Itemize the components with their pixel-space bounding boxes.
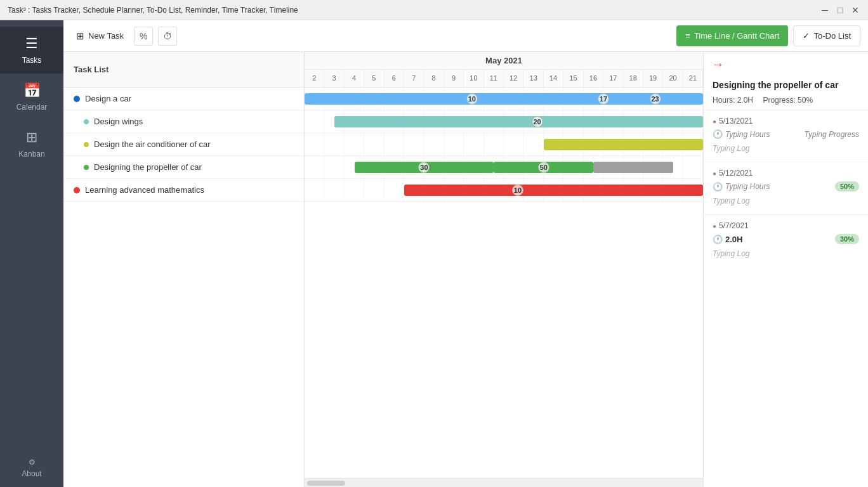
gantt-day-17: 17 bbox=[603, 70, 623, 87]
gantt-day-9: 9 bbox=[444, 70, 464, 87]
about-label: About bbox=[22, 469, 41, 478]
app-title: Task³ : Tasks Tracker, Schedule Planner,… bbox=[8, 6, 860, 15]
task-dot-5 bbox=[74, 187, 80, 193]
new-task-button[interactable]: ⊞ New Task bbox=[71, 28, 129, 44]
task-row[interactable]: Design the air conditioner of car bbox=[63, 133, 304, 156]
gantt-row-3[interactable]: 3050 bbox=[305, 156, 703, 179]
titlebar: Task³ : Tasks Tracker, Schedule Planner,… bbox=[0, 0, 868, 20]
task-rows: Design a car Design wings Design the air… bbox=[63, 88, 304, 487]
gantt-day-8: 8 bbox=[424, 70, 444, 87]
gantt-bar-0-0[interactable]: 101723 bbox=[305, 93, 703, 105]
gantt-row-2[interactable] bbox=[305, 133, 703, 156]
task-name-3: Design the air conditioner of car bbox=[94, 140, 211, 149]
kanban-icon: ⊞ bbox=[26, 129, 37, 146]
bar-container-2 bbox=[305, 133, 703, 155]
task-dot-1 bbox=[74, 96, 80, 102]
sidebar-item-label-tasks: Tasks bbox=[22, 56, 42, 65]
detail-log-1[interactable]: Typing Log bbox=[713, 141, 859, 155]
clock-button[interactable]: ⏱ bbox=[158, 27, 177, 46]
bar-label-20: 20 bbox=[532, 116, 543, 127]
calendar-icon: 📅 bbox=[23, 82, 41, 99]
gantt-day-18: 18 bbox=[624, 70, 643, 87]
task-list-pane: Task List Design a car Design wings Desi… bbox=[63, 52, 305, 487]
gantt-bar-2-0[interactable] bbox=[544, 139, 703, 150]
progress-badge-2: 50% bbox=[835, 181, 859, 192]
scrollbar-track[interactable] bbox=[305, 478, 703, 487]
gantt-row-0[interactable]: 101723 bbox=[305, 88, 703, 110]
bar-label-10: 10 bbox=[466, 93, 478, 105]
bar-container-1: 20 bbox=[305, 110, 703, 133]
progress-input-1[interactable]: Typing Progress bbox=[805, 130, 859, 139]
gantt-day-16: 16 bbox=[584, 70, 603, 87]
gantt-day-20: 20 bbox=[663, 70, 683, 87]
detail-hours-3: 🕐 2.0H bbox=[713, 235, 742, 244]
timeline-icon: ≡ bbox=[685, 31, 690, 41]
toolbar: ⊞ New Task % ⏱ ≡ Time Line / Gantt Chart… bbox=[63, 20, 868, 52]
gantt-bar-1-0[interactable]: 20 bbox=[334, 116, 703, 127]
minimize-button[interactable]: ─ bbox=[820, 5, 830, 15]
timeline-button[interactable]: ≡ Time Line / Gantt Chart bbox=[676, 25, 788, 46]
hours-input-2[interactable]: Typing Hours bbox=[725, 182, 770, 191]
gantt-day-12: 12 bbox=[504, 70, 523, 87]
back-arrow[interactable]: → bbox=[704, 52, 868, 77]
task-row[interactable]: Learning advanced mathematics bbox=[63, 179, 304, 202]
hours-input-1[interactable]: Typing Hours bbox=[725, 130, 770, 139]
gantt-bar-3-0[interactable]: 30 bbox=[355, 162, 494, 173]
gantt-day-4: 4 bbox=[345, 70, 364, 87]
detail-log-2[interactable]: Typing Log bbox=[713, 194, 859, 208]
gantt-day-7: 7 bbox=[404, 70, 424, 87]
clock-icon-3: 🕐 bbox=[713, 235, 723, 244]
gantt-day-19: 19 bbox=[643, 70, 663, 87]
tasks-icon: ☰ bbox=[25, 36, 38, 52]
todo-icon: ✓ bbox=[803, 31, 810, 41]
clock-icon: ⏱ bbox=[163, 31, 172, 41]
task-dot-4 bbox=[84, 165, 89, 170]
detail-hours-1: 🕐 Typing Hours bbox=[713, 129, 770, 139]
task-row[interactable]: Designing the propeller of car bbox=[63, 156, 304, 179]
task-row[interactable]: Design wings bbox=[63, 110, 304, 133]
gantt-day-2: 2 bbox=[305, 70, 324, 87]
gantt-day-11: 11 bbox=[484, 70, 504, 87]
detail-date-1: 5/13/2021 bbox=[713, 117, 859, 126]
detail-row-1: 🕐 Typing Hours Typing Progress bbox=[713, 129, 859, 139]
maximize-button[interactable]: □ bbox=[835, 5, 845, 15]
gantt-month: May 2021 bbox=[305, 52, 703, 70]
progress-badge-3: 30% bbox=[835, 234, 859, 244]
gantt-header: May 2021 2345678910111213141516171819202… bbox=[305, 52, 703, 88]
task-row[interactable]: Design a car bbox=[63, 88, 304, 110]
sidebar-item-kanban[interactable]: ⊞ Kanban bbox=[0, 120, 63, 167]
gantt-day-21: 21 bbox=[683, 70, 703, 87]
gantt-bar-4-0[interactable]: 10 bbox=[404, 185, 703, 196]
gantt-day-10: 10 bbox=[464, 70, 483, 87]
detail-row-2: 🕐 Typing Hours 50% bbox=[713, 181, 859, 192]
detail-entry-3: 5/7/2021 🕐 2.0H 30% Typing Log bbox=[704, 214, 868, 267]
gantt-row-1[interactable]: 20 bbox=[305, 110, 703, 133]
gantt-day-13: 13 bbox=[523, 70, 543, 87]
sidebar-item-tasks[interactable]: ☰ Tasks bbox=[0, 27, 63, 74]
todo-button[interactable]: ✓ To-Do List bbox=[793, 25, 860, 46]
gantt-container: Task List Design a car Design wings Desi… bbox=[63, 52, 868, 487]
close-button[interactable]: ✕ bbox=[850, 5, 860, 15]
sidebar-item-calendar[interactable]: 📅 Calendar bbox=[0, 74, 63, 120]
task-dot-3 bbox=[84, 142, 89, 147]
detail-title: Designing the propeller of car bbox=[704, 77, 868, 93]
hours-value-3: 2.0H bbox=[725, 235, 742, 244]
new-task-label: New Task bbox=[88, 31, 124, 41]
percent-button[interactable]: % bbox=[134, 27, 153, 46]
new-task-icon: ⊞ bbox=[76, 30, 84, 42]
app-container: ☰ Tasks 📅 Calendar ⊞ Kanban ⚙ About ⊞ Ne… bbox=[0, 20, 868, 487]
sidebar-footer-about[interactable]: ⚙ About bbox=[0, 449, 63, 487]
gantt-row-4[interactable]: 10 bbox=[305, 179, 703, 202]
bar-label-50: 50 bbox=[538, 162, 549, 173]
scrollbar-thumb[interactable] bbox=[307, 481, 345, 486]
gantt-day-3: 3 bbox=[324, 70, 344, 87]
gantt-body: 10172320305010 bbox=[305, 88, 703, 478]
detail-log-3[interactable]: Typing Log bbox=[713, 247, 859, 261]
detail-progress: Progress: 50% bbox=[763, 96, 813, 105]
task-name-2: Design wings bbox=[94, 117, 143, 126]
task-dot-2 bbox=[84, 119, 89, 124]
gantt-bar-3-2[interactable] bbox=[593, 162, 673, 173]
window-controls: ─ □ ✕ bbox=[820, 5, 860, 15]
gantt-bar-3-1[interactable]: 50 bbox=[494, 162, 593, 173]
detail-entry-1: 5/13/2021 🕐 Typing Hours Typing Progress… bbox=[704, 110, 868, 162]
